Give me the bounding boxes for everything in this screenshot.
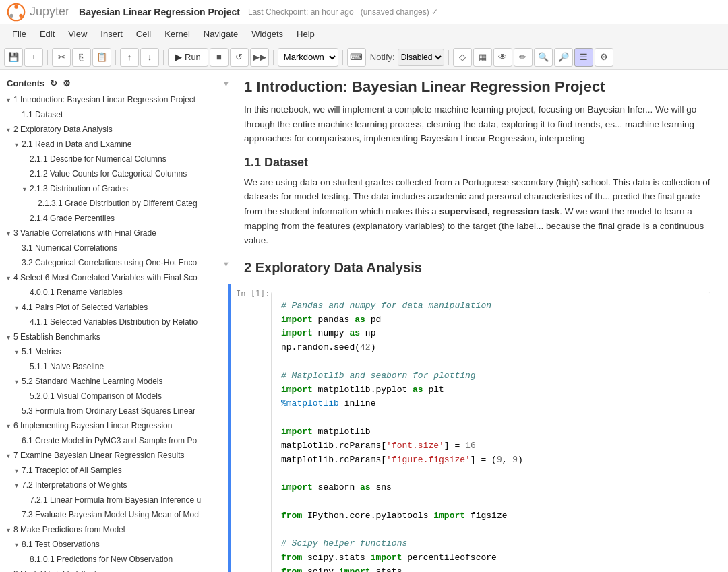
toc-item[interactable]: 2.1.4 Grade Percentiles	[0, 211, 222, 226]
toc-item[interactable]: 3.1 Numerical Correlations	[0, 241, 222, 255]
toc-item[interactable]: ▼3 Variable Correlations with Final Grad…	[0, 226, 222, 241]
collapse-arrow-1[interactable]: ▼	[222, 80, 230, 88]
section1-heading-block: 1 Introduction: Bayesian Linear Regressi…	[231, 75, 728, 251]
code-cell-container[interactable]: # Pandas and numpy for data manipulation…	[271, 292, 710, 572]
toc-list: ▼1 Introduction: Bayesian Linear Regress…	[0, 92, 222, 572]
toc-button[interactable]: ☰	[574, 48, 593, 67]
extension-button-3[interactable]: 👁	[493, 48, 512, 67]
notebook-title[interactable]: Bayesian Linear Regression Project	[79, 7, 240, 18]
toc-item[interactable]: 9 Model Variable Effects	[0, 567, 222, 572]
menu-kernel[interactable]: Kernel	[159, 28, 195, 40]
toc-item-label: 2.1.3.1 Grade Distribution by Different …	[38, 199, 198, 208]
toc-item[interactable]: 1.1 Dataset	[0, 107, 222, 122]
toc-item[interactable]: ▼4 Select 6 Most Correlated Variables wi…	[0, 270, 222, 285]
refresh-icon[interactable]: ↻	[50, 78, 57, 88]
keyboard-shortcuts-button[interactable]: ⌨	[347, 48, 366, 67]
search-replace-button[interactable]: 🔎	[554, 48, 573, 67]
toc-item-label: 7.1 Traceplot of All Samples	[22, 466, 122, 475]
code-line: from scipy import stats	[281, 565, 700, 572]
toc-item[interactable]: 4.1.1 Selected Variables Distribution by…	[0, 315, 222, 329]
toc-item-label: 2.1.2 Value Counts for Categorical Colum…	[30, 169, 187, 179]
toc-arrow: ▼	[22, 185, 30, 195]
toc-item[interactable]: ▼2.1 Read in Data and Examine	[0, 137, 222, 152]
settings-button[interactable]: ⚙	[595, 48, 613, 67]
toc-item-label: 7.2.1 Linear Formula from Bayesian Infer…	[30, 495, 201, 505]
code-content[interactable]: # Pandas and numpy for data manipulation…	[272, 292, 710, 572]
separator-2	[115, 50, 116, 65]
menu-edit[interactable]: Edit	[34, 28, 60, 40]
code-line: %matplotlib inline	[281, 397, 700, 411]
toc-item[interactable]: 8.1.0.1 Predictions for New Observation	[0, 552, 222, 567]
checkpoint-info: Last Checkpoint: an hour ago (unsaved ch…	[248, 7, 438, 17]
cell-type-select[interactable]: Markdown Code Raw	[278, 48, 338, 67]
menu-view[interactable]: View	[63, 28, 92, 40]
search-button[interactable]: 🔍	[534, 48, 553, 67]
notify-select[interactable]: Disabled Enabled	[398, 49, 444, 66]
toc-item-label: 8 Make Predictions from Model	[13, 525, 125, 534]
toc-item-label: 6 Implementing Bayesian Linear Regressio…	[13, 421, 172, 431]
sidebar-title: Contents	[7, 78, 44, 88]
toc-item[interactable]: ▼2 Exploratory Data Analysis	[0, 122, 222, 137]
settings-icon[interactable]: ⚙	[63, 78, 71, 88]
menu-widgets[interactable]: Widgets	[246, 28, 289, 40]
notify-label: Notify:	[370, 52, 395, 62]
code-line: import pandas as pd	[281, 313, 700, 327]
toc-item[interactable]: 2.1.2 Value Counts for Categorical Colum…	[0, 166, 222, 181]
extension-button-4[interactable]: ✏	[514, 48, 533, 67]
toc-item-label: 2.1.3 Distribution of Grades	[30, 184, 128, 193]
toc-item[interactable]: ▼7 Examine Bayesian Linear Regression Re…	[0, 448, 222, 463]
interrupt-button[interactable]: ■	[210, 48, 229, 67]
toc-item[interactable]: ▼4.1 Pairs Plot of Selected Variables	[0, 300, 222, 315]
toc-item[interactable]: ▼6 Implementing Bayesian Linear Regressi…	[0, 418, 222, 433]
toc-item[interactable]: ▼5 Establish Benchmarks	[0, 329, 222, 344]
menu-help[interactable]: Help	[291, 28, 320, 40]
toc-item[interactable]: 2.1.1 Describe for Numerical Columns	[0, 152, 222, 166]
run-icon: ▶	[175, 52, 182, 62]
code-line	[281, 523, 700, 538]
toc-item[interactable]: 5.2.0.1 Visual Comparison of Models	[0, 389, 222, 404]
code-line	[281, 411, 700, 425]
copy-button[interactable]: ⎘	[72, 48, 91, 67]
save-button[interactable]: 💾	[4, 48, 23, 67]
toc-arrow: ▼	[13, 541, 22, 550]
toc-item[interactable]: 7.2.1 Linear Formula from Bayesian Infer…	[0, 492, 222, 507]
separator-4	[273, 50, 274, 65]
paste-button[interactable]: 📋	[92, 48, 111, 67]
add-cell-button[interactable]: +	[24, 48, 43, 67]
move-up-button[interactable]: ↑	[120, 48, 139, 67]
toc-item[interactable]: ▼8.1 Test Observations	[0, 537, 222, 552]
restart-button[interactable]: ↺	[230, 48, 249, 67]
toc-item[interactable]: 2.1.3.1 Grade Distribution by Different …	[0, 196, 222, 211]
separator-5	[342, 50, 343, 65]
toc-item[interactable]: 7.3 Evaluate Bayesian Model Using Mean o…	[0, 507, 222, 522]
toc-item[interactable]: ▼8 Make Predictions from Model	[0, 522, 222, 537]
toc-item[interactable]: 5.1.1 Naive Baseline	[0, 359, 222, 374]
collapse-arrow-2[interactable]: ▼	[222, 260, 230, 268]
toc-item[interactable]: 3.2 Categorical Correlations using One-H…	[0, 255, 222, 270]
toc-item[interactable]: ▼2.1.3 Distribution of Grades	[0, 181, 222, 196]
extension-button-1[interactable]: ◇	[453, 48, 472, 67]
menu-cell[interactable]: Cell	[131, 28, 156, 40]
toc-item[interactable]: 6.1 Create Model in PyMC3 and Sample fro…	[0, 433, 222, 448]
toc-arrow: ▼	[13, 348, 22, 358]
section2-row: ▼ 2 Exploratory Data Analysis	[222, 257, 728, 284]
menu-navigate[interactable]: Navigate	[198, 28, 243, 40]
toc-item[interactable]: ▼1 Introduction: Bayesian Linear Regress…	[0, 92, 222, 107]
menu-insert[interactable]: Insert	[95, 28, 128, 40]
move-down-button[interactable]: ↓	[140, 48, 159, 67]
toc-arrow: ▼	[13, 482, 22, 491]
toc-item[interactable]: ▼5.1 Metrics	[0, 344, 222, 359]
toc-item[interactable]: ▼7.1 Traceplot of All Samples	[0, 463, 222, 478]
code-line: # Matplotlib and seaborn for plotting	[281, 369, 700, 383]
menu-file[interactable]: File	[7, 28, 32, 40]
toc-item[interactable]: 4.0.0.1 Rename Variables	[0, 285, 222, 300]
restart-run-button[interactable]: ▶▶	[250, 48, 269, 67]
toc-item[interactable]: ▼7.2 Interpretations of Weights	[0, 478, 222, 492]
run-button[interactable]: ▶ Run	[168, 48, 208, 67]
toc-item[interactable]: ▼5.2 Standard Machine Learning Models	[0, 374, 222, 389]
extension-button-2[interactable]: ▦	[473, 48, 492, 67]
svg-point-1	[14, 5, 18, 8]
cut-button[interactable]: ✂	[52, 48, 71, 67]
cell-prompt: In [1]:	[231, 284, 271, 298]
toc-item[interactable]: 5.3 Formula from Ordinary Least Squares …	[0, 404, 222, 418]
